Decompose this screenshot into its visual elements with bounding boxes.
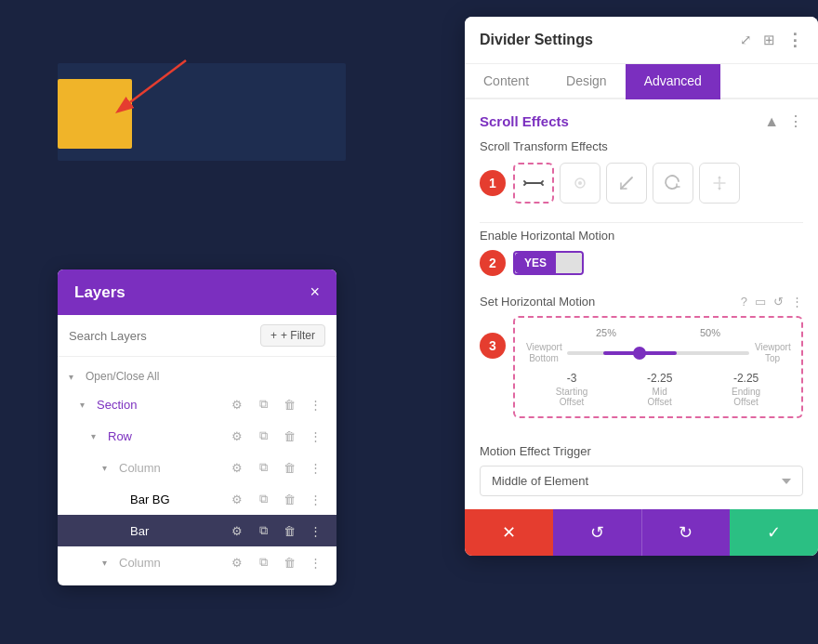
layer-item-bar[interactable]: ▾ Bar ⚙ ⧉ 🗑 ⋮: [58, 515, 336, 546]
settings-icon[interactable]: ⚙: [227, 520, 247, 541]
confirm-button[interactable]: ✓: [730, 509, 818, 556]
fade-icon: [617, 174, 636, 192]
ending-offset-group: -2.25 EndingOffset: [732, 372, 760, 407]
mid-offset-group: -2.25 MidOffset: [647, 372, 672, 407]
enable-horizontal-section: Enable Horizontal Motion 2 YES: [465, 223, 818, 295]
label-25: 25%: [596, 327, 616, 338]
chevron-down-icon: ▾: [69, 372, 82, 382]
duplicate-icon[interactable]: ⧉: [253, 426, 273, 446]
settings-panel: Divider Settings ⤢ ⊞ ⋮ Content Design Ad…: [465, 17, 818, 556]
layer-item-column2[interactable]: ▾ Column ⚙ ⧉ 🗑 ⋮: [58, 546, 336, 578]
transform-label: Scroll Transform Effects: [480, 139, 803, 153]
settings-icon[interactable]: ⚙: [227, 552, 247, 572]
delete-icon[interactable]: 🗑: [279, 520, 299, 541]
history-icon[interactable]: ↺: [773, 295, 784, 309]
badge-1: 1: [480, 170, 506, 196]
svg-point-3: [578, 181, 582, 185]
duplicate-icon[interactable]: ⧉: [253, 520, 273, 541]
slider-track[interactable]: [567, 351, 749, 355]
more-icon[interactable]: ⋮: [305, 394, 325, 414]
scale-icon-btn[interactable]: [699, 163, 740, 204]
layer-bar-bg-icons: ⚙ ⧉ 🗑 ⋮: [227, 489, 325, 509]
more-options-icon[interactable]: ⋮: [786, 30, 803, 50]
settings-icon[interactable]: ⚙: [227, 394, 247, 414]
duplicate-icon[interactable]: ⧉: [253, 552, 273, 572]
chevron-down-icon: ▾: [80, 400, 93, 410]
filter-label: + Filter: [281, 329, 315, 342]
starting-offset-label: StartingOffset: [556, 387, 587, 407]
more-icon[interactable]: ⋮: [305, 520, 325, 541]
settings-icon[interactable]: ⚙: [227, 489, 247, 509]
delete-icon[interactable]: 🗑: [279, 489, 299, 509]
toggle-yes-label: YES: [515, 253, 556, 273]
transform-icons-row: [513, 163, 740, 204]
scroll-effects-section: Scroll Effects ▲ ⋮ Scroll Transform Effe…: [465, 99, 818, 556]
ending-offset-label: EndingOffset: [732, 387, 760, 407]
toggle-no-label: [556, 253, 582, 273]
layer-column-icons: ⚙ ⧉ 🗑 ⋮: [227, 457, 325, 478]
duplicate-icon[interactable]: ⧉: [253, 457, 273, 478]
scroll-effects-header: Scroll Effects ▲ ⋮: [465, 99, 818, 139]
redo-button[interactable]: ↻: [642, 509, 731, 556]
duplicate-icon[interactable]: ⧉: [253, 394, 273, 414]
reset-button[interactable]: ↺: [553, 509, 642, 556]
cancel-icon: ✕: [502, 522, 516, 543]
more-icon[interactable]: ⋮: [305, 457, 325, 478]
delete-icon[interactable]: 🗑: [279, 394, 299, 414]
layer-name-bar-bg: Bar BG: [130, 493, 223, 506]
tab-design[interactable]: Design: [548, 64, 626, 99]
more-icon[interactable]: ⋮: [305, 552, 325, 572]
duplicate-icon[interactable]: ⧉: [253, 489, 273, 509]
viewport-bottom-label: ViewportBottom: [526, 342, 561, 364]
motion-header: Set Horizontal Motion ? ▭ ↺ ⋮: [480, 295, 803, 309]
trigger-select[interactable]: Middle of Element Top of Element Bottom …: [480, 466, 803, 496]
layer-item-section[interactable]: ▾ Section ⚙ ⧉ 🗑 ⋮: [58, 388, 336, 420]
label-50: 50%: [700, 327, 720, 338]
layer-item-row[interactable]: ▾ Row ⚙ ⧉ 🗑 ⋮: [58, 420, 336, 452]
layer-name-bar: Bar: [130, 524, 223, 538]
fade-icon-btn[interactable]: [606, 163, 647, 204]
layer-item-bar-bg[interactable]: ▾ Bar BG ⚙ ⧉ 🗑 ⋮: [58, 483, 336, 515]
ending-offset-value: -2.25: [732, 372, 760, 385]
layer-name-column2: Column: [119, 556, 223, 570]
rotate-icon-btn[interactable]: [653, 163, 693, 204]
open-close-all[interactable]: ▾ Open/Close All: [58, 364, 336, 388]
yellow-box: [58, 79, 132, 149]
confirm-icon: ✓: [767, 522, 781, 543]
filter-button[interactable]: + + Filter: [260, 324, 325, 347]
layers-search-input[interactable]: [69, 329, 253, 343]
settings-title: Divider Settings: [480, 32, 593, 48]
delete-icon[interactable]: 🗑: [279, 426, 299, 446]
more-icon[interactable]: ⋮: [788, 112, 803, 130]
arrows-v-icon: [573, 173, 587, 193]
yes-no-toggle[interactable]: YES: [513, 251, 584, 275]
horizontal-motion-icon-btn[interactable]: [513, 163, 554, 204]
tab-content[interactable]: Content: [465, 64, 548, 99]
enable-badge-row: 2 YES: [480, 250, 803, 276]
layers-close-button[interactable]: ×: [310, 283, 320, 302]
more-icon[interactable]: ⋮: [305, 489, 325, 509]
slider-thumb[interactable]: [633, 347, 646, 360]
device-icon[interactable]: ▭: [755, 295, 766, 309]
layout-icon[interactable]: ⊞: [763, 32, 775, 48]
arrows-h-icon: [523, 177, 544, 190]
open-close-label: Open/Close All: [86, 370, 159, 383]
help-icon[interactable]: ?: [741, 295, 747, 309]
delete-icon[interactable]: 🗑: [279, 552, 299, 572]
settings-icon[interactable]: ⚙: [227, 426, 247, 446]
layer-item-column[interactable]: ▾ Column ⚙ ⧉ 🗑 ⋮: [58, 452, 336, 483]
motion-label: Set Horizontal Motion: [480, 295, 595, 309]
layer-column2-icons: ⚙ ⧉ 🗑 ⋮: [227, 552, 325, 572]
vertical-motion-icon-btn[interactable]: [560, 163, 600, 204]
settings-tabs: Content Design Advanced: [465, 64, 818, 99]
cancel-button[interactable]: ✕: [465, 509, 553, 556]
collapse-icon[interactable]: ▲: [764, 113, 779, 130]
enable-label: Enable Horizontal Motion: [480, 229, 803, 243]
settings-icon[interactable]: ⚙: [227, 457, 247, 478]
expand-icon[interactable]: ⤢: [740, 32, 752, 48]
tab-advanced[interactable]: Advanced: [626, 64, 720, 99]
delete-icon[interactable]: 🗑: [279, 457, 299, 478]
more-icon[interactable]: ⋮: [305, 426, 325, 446]
more-icon[interactable]: ⋮: [791, 295, 803, 309]
scroll-effects-actions: ▲ ⋮: [764, 112, 803, 130]
